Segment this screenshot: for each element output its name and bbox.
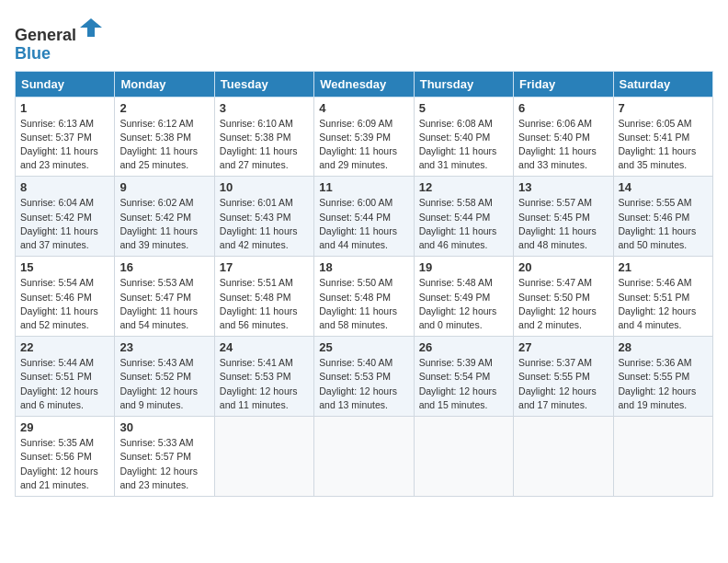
day-info-line: Daylight: 11 hours xyxy=(319,225,397,236)
day-info-line: Sunset: 5:53 PM xyxy=(319,371,391,382)
weekday-header-cell: Wednesday xyxy=(314,71,414,97)
day-info-line: Sunrise: 6:13 AM xyxy=(20,118,94,129)
day-info-line: and 11 minutes. xyxy=(220,399,289,410)
day-info-line: and 29 minutes. xyxy=(319,159,388,170)
day-info: Sunrise: 6:12 AMSunset: 5:38 PMDaylight:… xyxy=(119,117,209,173)
calendar-day-cell: 9Sunrise: 6:02 AMSunset: 5:42 PMDaylight… xyxy=(115,177,214,257)
day-info: Sunrise: 5:51 AMSunset: 5:48 PMDaylight:… xyxy=(220,276,309,332)
day-info-line: Daylight: 11 hours xyxy=(518,145,597,156)
day-info-line: Sunset: 5:46 PM xyxy=(20,292,92,303)
day-info-line: Sunrise: 6:02 AM xyxy=(119,197,193,208)
day-info-line: Sunrise: 5:33 AM xyxy=(119,437,193,448)
day-info-line: Daylight: 11 hours xyxy=(619,225,697,236)
day-info-line: Sunset: 5:42 PM xyxy=(119,212,191,223)
day-info-line: Daylight: 11 hours xyxy=(119,305,198,316)
day-info-line: Sunset: 5:40 PM xyxy=(419,132,491,143)
day-info: Sunrise: 5:41 AMSunset: 5:53 PMDaylight:… xyxy=(220,356,309,412)
day-info-line: and 0 minutes. xyxy=(419,319,483,330)
day-info-line: Daylight: 11 hours xyxy=(119,145,198,156)
day-info-line: Daylight: 12 hours xyxy=(220,385,298,396)
day-info-line: Daylight: 11 hours xyxy=(220,225,298,236)
calendar-day-cell: 17Sunrise: 5:51 AMSunset: 5:48 PMDayligh… xyxy=(214,257,313,337)
day-info-line: Daylight: 12 hours xyxy=(518,385,597,396)
calendar-body: 1Sunrise: 6:13 AMSunset: 5:37 PMDaylight… xyxy=(16,97,713,496)
day-info-line: and 48 minutes. xyxy=(518,239,587,250)
day-info-line: and 44 minutes. xyxy=(319,239,388,250)
day-info-line: Sunset: 5:51 PM xyxy=(619,292,690,303)
day-info-line: and 15 minutes. xyxy=(419,399,488,410)
calendar-week-row: 8Sunrise: 6:04 AMSunset: 5:42 PMDaylight… xyxy=(16,177,713,257)
day-info-line: Daylight: 12 hours xyxy=(419,305,497,316)
day-info-line: Daylight: 12 hours xyxy=(319,385,397,396)
day-info: Sunrise: 5:54 AMSunset: 5:46 PMDaylight:… xyxy=(20,276,109,332)
day-info: Sunrise: 5:36 AMSunset: 5:55 PMDaylight:… xyxy=(619,356,708,412)
day-info-line: Sunset: 5:37 PM xyxy=(20,132,92,143)
day-info: Sunrise: 6:02 AMSunset: 5:42 PMDaylight:… xyxy=(119,196,209,252)
calendar-day-cell: 27Sunrise: 5:37 AMSunset: 5:55 PMDayligh… xyxy=(514,337,613,417)
weekday-header-cell: Sunday xyxy=(16,71,115,97)
calendar-day-cell xyxy=(214,417,313,497)
day-info-line: Sunset: 5:53 PM xyxy=(220,371,291,382)
day-info-line: and 50 minutes. xyxy=(619,239,688,250)
day-number: 9 xyxy=(119,180,209,194)
day-info-line: Sunrise: 6:01 AM xyxy=(220,197,293,208)
day-info: Sunrise: 5:55 AMSunset: 5:46 PMDaylight:… xyxy=(619,196,708,252)
day-info: Sunrise: 6:00 AMSunset: 5:44 PMDaylight:… xyxy=(319,196,408,252)
calendar-week-row: 1Sunrise: 6:13 AMSunset: 5:37 PMDaylight… xyxy=(16,97,713,177)
day-info-line: Sunset: 5:38 PM xyxy=(119,132,191,143)
day-info-line: Sunset: 5:49 PM xyxy=(419,292,491,303)
day-number: 20 xyxy=(518,260,608,274)
day-number: 7 xyxy=(619,101,708,115)
day-info-line: Sunset: 5:38 PM xyxy=(220,132,291,143)
calendar-day-cell xyxy=(314,417,414,497)
day-info-line: Sunrise: 6:04 AM xyxy=(20,197,94,208)
day-info-line: Sunrise: 5:40 AM xyxy=(319,357,392,368)
day-info-line: Sunset: 5:39 PM xyxy=(319,132,391,143)
day-info: Sunrise: 6:08 AMSunset: 5:40 PMDaylight:… xyxy=(419,117,508,173)
day-info-line: Daylight: 11 hours xyxy=(619,145,697,156)
calendar-day-cell: 5Sunrise: 6:08 AMSunset: 5:40 PMDaylight… xyxy=(414,97,513,177)
day-info-line: Sunrise: 6:06 AM xyxy=(518,118,592,129)
day-info-line: Sunset: 5:48 PM xyxy=(319,292,391,303)
day-info: Sunrise: 6:05 AMSunset: 5:41 PMDaylight:… xyxy=(619,117,708,173)
day-number: 30 xyxy=(119,420,209,434)
day-info-line: Sunset: 5:56 PM xyxy=(20,451,92,462)
calendar-week-row: 29Sunrise: 5:35 AMSunset: 5:56 PMDayligh… xyxy=(16,417,713,497)
day-info-line: and 46 minutes. xyxy=(419,239,488,250)
day-number: 18 xyxy=(319,260,408,274)
day-number: 22 xyxy=(20,340,109,354)
day-info-line: Sunset: 5:42 PM xyxy=(20,212,92,223)
day-info-line: Sunset: 5:44 PM xyxy=(319,212,391,223)
day-info-line: Sunrise: 5:55 AM xyxy=(619,197,692,208)
day-info-line: and 54 minutes. xyxy=(119,319,188,330)
calendar-day-cell: 1Sunrise: 6:13 AMSunset: 5:37 PMDaylight… xyxy=(16,97,115,177)
calendar-day-cell: 29Sunrise: 5:35 AMSunset: 5:56 PMDayligh… xyxy=(16,417,115,497)
calendar-week-row: 15Sunrise: 5:54 AMSunset: 5:46 PMDayligh… xyxy=(16,257,713,337)
day-info: Sunrise: 5:53 AMSunset: 5:47 PMDaylight:… xyxy=(119,276,209,332)
day-info-line: Sunset: 5:50 PM xyxy=(518,292,590,303)
day-info-line: Sunrise: 6:10 AM xyxy=(220,118,293,129)
calendar-day-cell: 30Sunrise: 5:33 AMSunset: 5:57 PMDayligh… xyxy=(115,417,214,497)
calendar-day-cell: 3Sunrise: 6:10 AMSunset: 5:38 PMDaylight… xyxy=(214,97,313,177)
day-info-line: Sunset: 5:54 PM xyxy=(419,371,491,382)
day-number: 1 xyxy=(20,101,109,115)
day-number: 19 xyxy=(419,260,508,274)
day-info-line: and 6 minutes. xyxy=(20,399,84,410)
day-number: 28 xyxy=(619,340,708,354)
day-info: Sunrise: 6:04 AMSunset: 5:42 PMDaylight:… xyxy=(20,196,109,252)
day-info: Sunrise: 5:35 AMSunset: 5:56 PMDaylight:… xyxy=(20,436,109,492)
day-number: 27 xyxy=(518,340,608,354)
day-info-line: Sunset: 5:46 PM xyxy=(619,212,690,223)
day-info-line: and 56 minutes. xyxy=(220,319,289,330)
day-info-line: Sunrise: 5:51 AM xyxy=(220,277,293,288)
day-number: 26 xyxy=(419,340,508,354)
day-info-line: and 13 minutes. xyxy=(319,399,388,410)
day-info: Sunrise: 5:46 AMSunset: 5:51 PMDaylight:… xyxy=(619,276,708,332)
day-info-line: Sunset: 5:48 PM xyxy=(220,292,291,303)
calendar-day-cell: 7Sunrise: 6:05 AMSunset: 5:41 PMDaylight… xyxy=(613,97,712,177)
day-info-line: Sunrise: 6:09 AM xyxy=(319,118,392,129)
day-info-line: and 17 minutes. xyxy=(518,399,587,410)
day-info-line: and 31 minutes. xyxy=(419,159,488,170)
day-info-line: Sunset: 5:40 PM xyxy=(518,132,590,143)
day-number: 14 xyxy=(619,180,708,194)
